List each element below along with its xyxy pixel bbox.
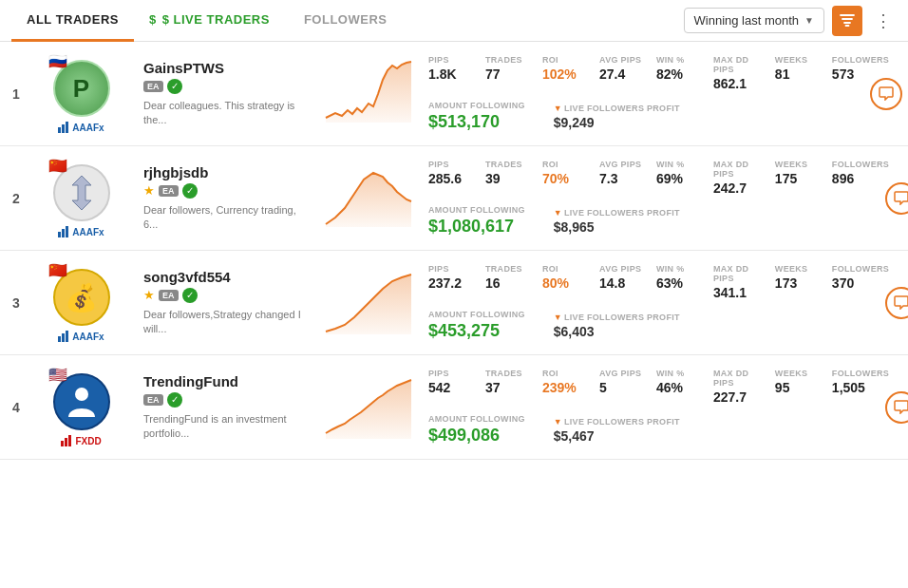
ea-badge: EA [159,185,179,197]
flag-icon: 🇨🇳 [48,263,67,278]
verified-badge: ✓ [182,288,198,303]
svg-marker-0 [72,176,91,210]
maxdd-label: MAX DD PIPS [713,160,767,179]
roi-value: 80% [542,275,592,291]
win-value: 63% [656,275,706,291]
trades-value: 77 [485,66,535,82]
win-stat: WIN % 82% [656,55,713,91]
badges-row: EA✓ [143,79,309,94]
rank-number: 1 [0,51,27,136]
amount-label: AMOUNT FOLLOWING [428,101,525,110]
profit-block: ▼ LIVE FOLLOWERS PROFIT $9,249 [554,104,680,130]
amount-block: AMOUNT FOLLOWING $453,275 [428,310,525,341]
tab-all-traders[interactable]: ALL TRADERS [11,0,134,42]
action-row: Follow ⋮ [870,78,908,110]
chat-button[interactable] [870,78,902,110]
stats-bottom-row: AMOUNT FOLLOWING $499,086 ▼ LIVE FOLLOWE… [428,414,892,446]
tab-live-traders[interactable]: $ $ LIVE TRADERS [134,0,289,42]
roi-stat: ROI 70% [542,160,599,196]
trader-name: song3vfd554 [143,269,309,285]
win-stat: WIN % 46% [656,369,713,405]
trades-stat: TRADES 37 [485,369,542,405]
chart [316,260,421,345]
win-stat: WIN % 69% [656,160,713,196]
weeks-value: 95 [775,380,824,395]
verified-badge: ✓ [167,392,182,408]
amount-block: AMOUNT FOLLOWING $1,080,617 [428,205,525,237]
rank-number: 4 [0,365,27,449]
trader-description: Dear followers,Strategy changed I will..… [143,308,309,337]
amount-label: AMOUNT FOLLOWING [428,205,525,215]
win-value: 82% [656,66,706,82]
stats-top-row: PIPS 542 TRADES 37 ROI 239% AVG PIPS 5 W… [428,369,892,405]
nav-bar: ALL TRADERS $ $ LIVE TRADERS FOLLOWERS W… [0,0,908,42]
weeks-stat: WEEKS 175 [775,160,832,196]
broker-logo: AAAFx [58,226,104,237]
amount-label: AMOUNT FOLLOWING [428,414,525,424]
amount-value: $453,275 [428,321,525,341]
roi-stat: ROI 80% [542,264,599,300]
chat-button[interactable] [885,182,908,215]
trades-stat: TRADES 77 [485,55,542,91]
stats-col: PIPS 542 TRADES 37 ROI 239% AVG PIPS 5 W… [421,365,899,449]
weeks-label: WEEKS [775,264,824,274]
avgpips-value: 27.4 [599,66,649,82]
avgpips-value: 5 [599,380,649,395]
avgpips-value: 7.3 [599,171,649,186]
amount-value: $499,086 [428,426,525,446]
weeks-label: WEEKS [775,160,824,169]
filter-dropdown[interactable]: Winning last month ▼ [684,8,824,33]
win-value: 69% [656,171,706,186]
broker-logo: AAAFx [58,331,104,342]
avatar-col: 🇷🇺 P AAAFx [27,51,136,136]
followers-value: 370 [832,275,884,291]
avgpips-stat: AVG PIPS 5 [599,369,656,405]
weeks-stat: WEEKS 95 [775,369,832,405]
pips-stat: PIPS 1.8K [428,55,485,91]
profit-value: $8,965 [554,219,680,235]
trader-name: GainsPTWS [143,60,309,76]
pips-label: PIPS [428,160,478,169]
roi-label: ROI [542,160,592,169]
stats-bottom-row: AMOUNT FOLLOWING $1,080,617 ▼ LIVE FOLLO… [428,205,892,237]
trader-name: rjhgbjsdb [143,164,309,180]
more-options-button[interactable]: ⋮ [870,10,897,31]
roi-stat: ROI 102% [542,55,599,91]
pips-value: 285.6 [428,171,478,186]
filter-button[interactable] [832,6,862,36]
amount-value: $513,170 [428,112,525,132]
weeks-value: 173 [775,275,824,291]
weeks-stat: WEEKS 81 [775,55,832,91]
profit-label: ▼ LIVE FOLLOWERS PROFIT [554,208,680,218]
avgpips-label: AVG PIPS [599,55,649,65]
avgpips-stat: AVG PIPS 7.3 [599,160,656,196]
followers-stat: FOLLOWERS 370 [832,264,892,300]
pips-label: PIPS [428,369,478,378]
stats-col: PIPS 285.6 TRADES 39 ROI 70% AVG PIPS 7.… [421,156,899,240]
weeks-label: WEEKS [775,369,824,378]
chat-button[interactable] [885,287,908,319]
roi-label: ROI [542,369,592,378]
action-row: Follow [885,391,908,424]
profit-block: ▼ LIVE FOLLOWERS PROFIT $6,403 [554,313,680,339]
followers-value: 1,505 [832,380,884,395]
chat-icon [894,400,908,414]
followers-value: 896 [832,171,884,186]
maxdd-label: MAX DD PIPS [713,369,767,388]
trader-row: 3 🇨🇳 💰 AAAFx song3vfd554 ★EA✓ Dear follo… [0,251,908,355]
arrow-icon: ▼ [554,313,562,322]
win-label: WIN % [656,160,706,169]
pips-label: PIPS [428,55,478,65]
avatar-col: 🇨🇳 AAAFx [27,156,136,240]
pips-stat: PIPS 237.2 [428,264,485,300]
tab-followers[interactable]: FOLLOWERS [289,0,403,42]
svg-point-1 [75,388,88,401]
chat-button[interactable] [885,391,908,424]
chart [316,156,421,240]
avatar-col: 🇨🇳 💰 AAAFx [27,260,136,345]
maxdd-stat: MAX DD PIPS 227.7 [713,369,775,405]
maxdd-value: 227.7 [713,389,767,405]
trader-info: TrendingFund EA✓ TrendingFund is an inve… [136,365,316,449]
weeks-value: 175 [775,171,824,186]
roi-label: ROI [542,264,592,274]
